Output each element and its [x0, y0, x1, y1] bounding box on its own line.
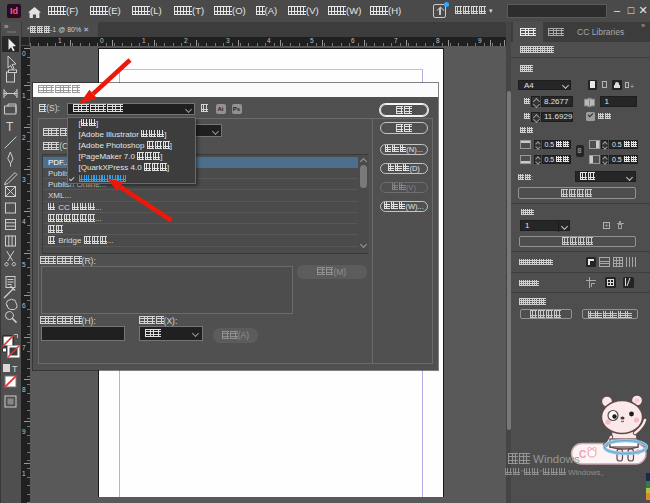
svg-text:C: C [579, 449, 586, 460]
svg-text:T: T [6, 120, 14, 134]
svg-text:T: T [12, 364, 18, 374]
